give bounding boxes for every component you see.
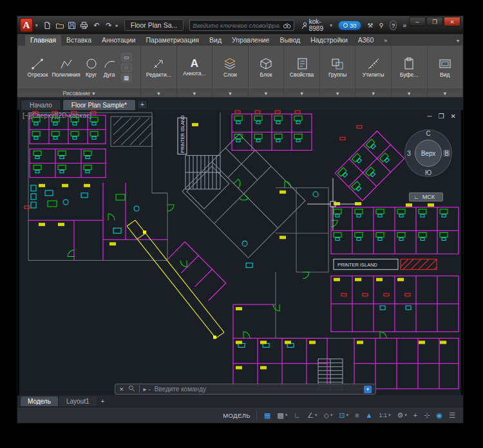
layout-tab-model[interactable]: Модель (21, 397, 58, 406)
undo-icon[interactable]: ↶ (91, 20, 102, 30)
file-tab-floorplan[interactable]: Floor Plan Sample* (62, 99, 136, 110)
panel-layers-footer[interactable]: ▾ (213, 89, 248, 97)
polar-tracking-toggle[interactable]: ∠▾ (305, 411, 319, 420)
layers-button[interactable]: Слои (222, 56, 238, 79)
tab-view[interactable]: Вид (204, 35, 227, 46)
command-search-icon[interactable] (128, 385, 135, 393)
groups-button[interactable]: Группы (327, 56, 348, 79)
stay-connected-icon[interactable]: ⚲ (379, 22, 383, 29)
hatch-tool-icon[interactable]: ▦ (121, 73, 132, 82)
selection-cycling-toggle[interactable]: ⊹ (421, 411, 432, 420)
panel-block-footer[interactable]: ▾ (249, 89, 284, 97)
binoculars-search-icon[interactable] (283, 22, 291, 29)
redo-icon[interactable]: ↷ (104, 20, 114, 30)
titlebar-overflow-icon[interactable]: » (402, 22, 406, 29)
isodraft-caret-icon[interactable]: ▾ (330, 413, 333, 418)
open-file-icon[interactable] (55, 20, 65, 30)
isometric-drafting-toggle[interactable]: ◇▾ (321, 411, 335, 420)
drawing-viewport[interactable]: PRINTER ISLAND PRINTER ISLAND [−][Сверху… (17, 110, 463, 395)
model-space-button[interactable]: МОДЕЛЬ (217, 411, 257, 420)
polar-caret-icon[interactable]: ▾ (315, 413, 317, 418)
viewport-minimize-icon[interactable]: ─ (428, 113, 432, 120)
viewcube[interactable]: Верх С Ю З В (404, 129, 452, 177)
sign-in-area[interactable]: kok-8989 ▾ (301, 18, 332, 32)
annotation-scale-button[interactable]: 1:1▾ (376, 411, 393, 419)
rectangle-tool-icon[interactable]: ▭ (121, 53, 132, 62)
view-button[interactable]: Вид (437, 56, 453, 79)
tab-a360[interactable]: A360 (353, 35, 379, 46)
viewcube-south[interactable]: Ю (425, 169, 431, 176)
annotation-visibility-toggle[interactable]: ▲ (363, 411, 375, 420)
new-tab-button[interactable]: + (137, 100, 147, 109)
snap-caret-icon[interactable]: ▾ (285, 413, 288, 418)
viewport-restore-icon[interactable]: ❐ (439, 113, 444, 120)
panel-groups-footer[interactable]: ▾ (320, 89, 355, 97)
panel-draw-footer[interactable]: Рисование ▾ (17, 89, 140, 97)
command-line[interactable]: ✕ ▸ - Введите команду ▾ (115, 384, 376, 395)
lineweight-toggle[interactable]: ≡ (352, 411, 361, 420)
panel-properties-footer[interactable]: ▾ (284, 89, 319, 97)
graphics-performance-toggle[interactable]: ◉ (434, 411, 446, 420)
close-button[interactable]: ✕ (444, 17, 460, 26)
tab-output[interactable]: Вывод (274, 35, 305, 46)
viewcube-east[interactable]: В (443, 150, 450, 157)
panel-annotation-footer[interactable]: ▾ (177, 89, 213, 97)
minimize-button[interactable]: ─ (409, 17, 426, 26)
modify-button[interactable]: Редакти... (145, 56, 173, 79)
save-file-icon[interactable] (67, 20, 77, 30)
snap-mode-toggle[interactable]: ▩▾ (274, 411, 290, 420)
arc-button[interactable]: Дуга (101, 56, 118, 79)
app-menu-button[interactable]: A (20, 18, 33, 32)
utilities-button[interactable]: Утилиты (361, 56, 386, 79)
tab-annotate[interactable]: Аннотации (97, 35, 141, 46)
command-close-icon[interactable]: ✕ (119, 386, 124, 393)
tab-parametric[interactable]: Параметризация (141, 35, 205, 46)
grid-display-toggle[interactable]: ▦ (261, 411, 273, 420)
ribbon-collapse-icon[interactable]: ▾ (457, 38, 459, 46)
tab-home[interactable]: Главная (25, 35, 61, 46)
scale-caret-icon[interactable]: ▾ (388, 413, 391, 418)
layout-add-button[interactable]: + (98, 398, 108, 405)
qat-overflow-icon[interactable]: ▸ (116, 23, 118, 28)
annotation-button[interactable]: A Аннота... (182, 57, 207, 77)
tab-addins[interactable]: Надстройки (305, 35, 353, 46)
tab-overflow-icon[interactable]: » (382, 37, 389, 46)
tab-manage[interactable]: Управление (227, 35, 274, 46)
panel-view-footer[interactable]: ▾ (428, 89, 463, 97)
new-file-icon[interactable] (43, 20, 53, 30)
command-options-button[interactable]: ▾ (364, 386, 372, 393)
user-menu-caret-icon[interactable]: ▾ (330, 23, 332, 28)
polyline-button[interactable]: Полилиния (50, 56, 81, 79)
clipboard-button[interactable]: Буфе... (399, 56, 419, 79)
layout-tab-layout1[interactable]: Layout1 (59, 397, 97, 406)
plot-icon[interactable] (79, 20, 90, 30)
viewport-controls-text[interactable]: [−][Сверху][2D-каркас] (23, 112, 91, 119)
osnap-caret-icon[interactable]: ▾ (346, 413, 349, 418)
file-tab-start[interactable]: Начало (21, 99, 61, 110)
line-button[interactable]: Отрезок (26, 56, 49, 79)
app-menu-caret-icon[interactable]: ▾ (35, 23, 38, 28)
exchange-apps-icon[interactable]: ⚒ (367, 22, 373, 29)
clean-screen-toggle[interactable]: ☰ (446, 411, 458, 420)
ortho-mode-toggle[interactable]: ∟ (291, 411, 303, 420)
annotation-monitor-toggle[interactable]: + (411, 411, 420, 420)
workspace-caret-icon[interactable]: ▾ (404, 413, 407, 418)
workspace-switching-button[interactable]: ⚙▾ (394, 411, 409, 420)
panel-modify-footer[interactable]: ▾ (141, 89, 176, 97)
command-input-placeholder[interactable]: Введите команду (155, 386, 206, 393)
maximize-button[interactable]: ❐ (426, 17, 443, 26)
viewport-close-icon[interactable]: ✕ (451, 113, 456, 120)
ellipse-tool-icon[interactable]: ◌ (121, 63, 132, 72)
circle-button[interactable]: Круг (83, 56, 100, 79)
help-button[interactable]: ? (390, 21, 397, 30)
notification-badge[interactable]: 30 (338, 21, 362, 30)
panel-utilities-footer[interactable]: ▾ (355, 89, 391, 97)
floorplan-canvas[interactable]: PRINTER ISLAND PRINTER ISLAND (19, 110, 461, 395)
search-input[interactable] (193, 22, 280, 29)
object-snap-toggle[interactable]: ⊡▾ (336, 411, 351, 420)
tab-insert[interactable]: Вставка (61, 35, 97, 46)
viewcube-north[interactable]: С (426, 130, 430, 137)
viewcube-top-face[interactable]: Верх (415, 140, 442, 167)
viewcube-west[interactable]: З (407, 150, 411, 157)
panel-clipboard-footer[interactable]: ▾ (392, 89, 427, 97)
